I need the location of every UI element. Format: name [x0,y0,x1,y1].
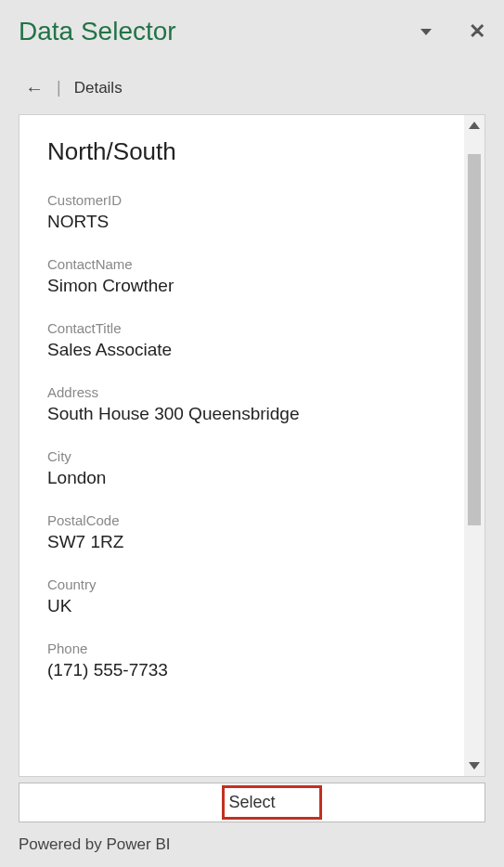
data-selector-panel: Data Selector ✕ ← | Details North/South … [0,0,504,867]
select-button-label: Select [228,793,275,811]
field-city: City London [47,448,457,488]
field-value: Simon Crowther [47,276,457,296]
scroll-thumb[interactable] [468,154,481,525]
breadcrumb: ← | Details [0,56,504,114]
field-value: Sales Associate [47,340,457,360]
field-value: (171) 555-7733 [47,660,457,680]
field-label: PostalCode [47,512,457,528]
field-customerid: CustomerID NORTS [47,192,457,232]
field-value: London [47,468,457,488]
details-box: North/South CustomerID NORTS ContactName… [19,114,485,777]
breadcrumb-label: Details [74,79,123,97]
field-label: Phone [47,641,457,656]
field-value: South House 300 Queensbridge [47,404,457,424]
field-label: Address [47,384,457,400]
field-label: ContactName [47,256,457,272]
field-country: Country UK [47,576,457,616]
field-label: ContactTitle [47,320,457,336]
field-label: Country [47,576,457,592]
field-value: UK [47,596,457,616]
details-scroll: North/South CustomerID NORTS ContactName… [19,115,485,776]
footer-text: Powered by Power BI [0,826,504,867]
field-value: NORTS [47,212,457,232]
content-wrapper: North/South CustomerID NORTS ContactName… [0,114,504,826]
record-title: North/South [47,137,457,166]
scroll-up-icon[interactable] [464,115,485,136]
select-button-wrap: Select [19,777,485,826]
panel-menu-dropdown-icon[interactable] [420,29,432,35]
field-label: City [47,448,457,464]
panel-title: Data Selector [19,17,176,46]
select-button[interactable]: Select [19,783,485,822]
scroll-down-icon[interactable] [464,756,485,776]
breadcrumb-separator: | [57,78,61,97]
field-value: SW7 1RZ [47,532,457,552]
back-arrow-icon[interactable]: ← [25,79,44,97]
field-phone: Phone (171) 555-7733 [47,641,457,680]
header-controls: ✕ [420,21,485,42]
scrollbar[interactable] [464,115,485,776]
field-address: Address South House 300 Queensbridge [47,384,457,424]
close-icon[interactable]: ✕ [469,21,485,42]
panel-header: Data Selector ✕ [0,0,504,56]
field-postalcode: PostalCode SW7 1RZ [47,512,457,552]
field-contacttitle: ContactTitle Sales Associate [47,320,457,360]
svg-marker-1 [469,762,480,770]
field-label: CustomerID [47,192,457,208]
field-contactname: ContactName Simon Crowther [47,256,457,296]
svg-marker-0 [469,122,480,129]
